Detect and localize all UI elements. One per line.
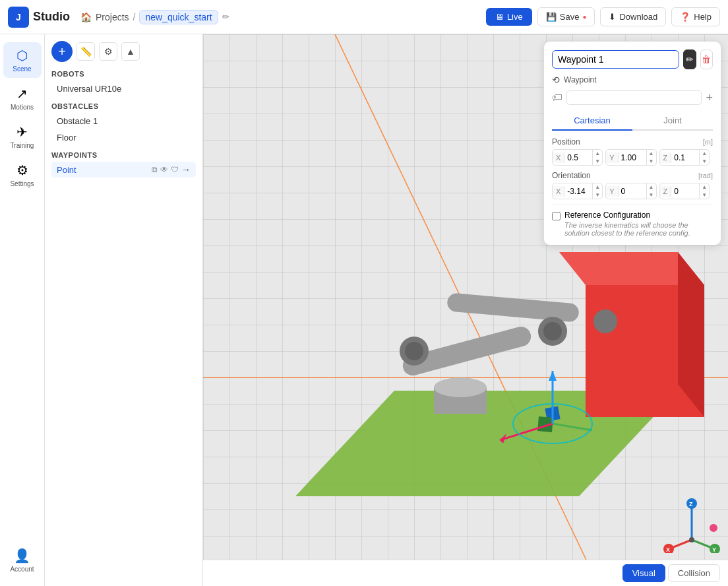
monitor-icon: 🖥: [495, 12, 504, 22]
orientation-z-input[interactable]: Z ▲▼: [659, 183, 710, 199]
waypoint-header: ✏ 🗑: [552, 49, 713, 69]
sidebar-motions-label: Motions: [11, 104, 34, 111]
orientation-field-row: X ▲▼ Y ▲▼ Z ▲▼: [552, 183, 713, 199]
orientation-y-input[interactable]: Y ▲▼: [605, 183, 656, 199]
orient-x-spinner[interactable]: ▲▼: [592, 183, 602, 199]
pos-y-spinner[interactable]: ▲▼: [646, 150, 656, 165]
orient-x-value[interactable]: [564, 185, 592, 198]
sidebar: ⬡ Scene ↗ Motions ✈ Training ⚙ Settings …: [0, 34, 45, 586]
sidebar-item-account[interactable]: 👤 Account: [3, 542, 42, 578]
orient-y-spinner[interactable]: ▲▼: [646, 183, 656, 199]
sidebar-item-training[interactable]: ✈ Training: [3, 119, 42, 154]
sidebar-settings-label: Settings: [10, 180, 34, 187]
svg-line-31: [692, 540, 712, 548]
logo-icon: J: [8, 7, 29, 28]
collapse-icon-btn[interactable]: ▲: [121, 42, 140, 61]
robot-item[interactable]: Universal UR10e: [51, 81, 196, 97]
download-icon: ⬇: [609, 12, 616, 22]
breadcrumb-projects[interactable]: Projects: [96, 12, 129, 22]
breadcrumb-current[interactable]: new_quick_start: [139, 10, 218, 24]
viewport[interactable]: ✏ 🗑 ⟲ Waypoint 🏷 + Cartesian Joint Posit…: [203, 34, 728, 586]
waypoint-delete-button[interactable]: 🗑: [700, 49, 713, 69]
position-y-input[interactable]: Y ▲▼: [605, 149, 656, 166]
orient-x-label: X: [553, 186, 564, 197]
tag-input[interactable]: [566, 90, 702, 105]
orientation-label: Orientation: [552, 171, 591, 180]
waypoint-name: Point: [57, 165, 152, 175]
orient-z-spinner[interactable]: ▲▼: [699, 183, 709, 199]
visual-view-button[interactable]: Visual: [622, 564, 665, 582]
svg-text:Z: Z: [689, 501, 693, 507]
home-icon: 🏠: [80, 12, 92, 22]
position-x-input[interactable]: X ▲▼: [552, 149, 603, 166]
orient-z-value[interactable]: [671, 185, 699, 198]
obstacle-item-0[interactable]: Obstacle 1: [51, 113, 196, 129]
svg-point-9: [434, 377, 487, 397]
ref-config-label: Reference Configuration: [564, 211, 713, 220]
ruler-icon-btn[interactable]: 📏: [76, 42, 95, 61]
waypoint-item-0[interactable]: Point ⧉ 👁 🛡 →: [51, 162, 196, 178]
collision-view-button[interactable]: Collision: [668, 564, 720, 582]
tag-add-button[interactable]: +: [706, 91, 713, 105]
pos-z-value[interactable]: [671, 151, 699, 164]
pos-y-value[interactable]: [619, 151, 646, 164]
breadcrumb: 🏠 Projects / new_quick_start ✏: [80, 10, 229, 24]
live-button[interactable]: 🖥 Live: [486, 8, 532, 26]
scene-panel: + 📏 ⚙ ▲ ROBOTS Universal UR10e OBSTACLES…: [45, 34, 203, 586]
svg-point-15: [543, 322, 562, 341]
orientation-x-input[interactable]: X ▲▼: [552, 183, 603, 199]
live-label: Live: [507, 12, 523, 22]
svg-point-13: [405, 342, 423, 360]
tab-joint[interactable]: Joint: [632, 112, 713, 131]
position-z-input[interactable]: Z ▲▼: [659, 149, 710, 166]
svg-text:Y: Y: [712, 546, 716, 553]
training-icon: ✈: [16, 124, 28, 140]
download-button[interactable]: ⬇ Download: [600, 7, 666, 26]
main-layout: ⬡ Scene ↗ Motions ✈ Training ⚙ Settings …: [0, 34, 728, 586]
help-label: Help: [694, 12, 712, 22]
svg-point-35: [689, 537, 694, 542]
breadcrumb-edit-icon[interactable]: ✏: [222, 12, 229, 22]
shield-icon[interactable]: 🛡: [171, 165, 179, 174]
pos-x-value[interactable]: [564, 151, 592, 164]
pos-z-spinner[interactable]: ▲▼: [699, 150, 709, 165]
sidebar-item-motions[interactable]: ↗ Motions: [3, 81, 42, 116]
help-icon: ❓: [680, 12, 690, 22]
app-name: Studio: [33, 10, 70, 24]
waypoint-name-input[interactable]: [552, 50, 679, 69]
position-unit: [m]: [703, 138, 713, 146]
filter-icon-btn[interactable]: ⚙: [99, 42, 117, 61]
tab-cartesian[interactable]: Cartesian: [552, 112, 632, 131]
help-button[interactable]: ❓ Help: [671, 7, 720, 26]
pos-z-label: Z: [660, 152, 672, 163]
svg-point-16: [593, 309, 617, 333]
eye-icon[interactable]: 👁: [160, 165, 168, 174]
obstacle-item-1[interactable]: Floor: [51, 129, 196, 146]
breadcrumb-separator: /: [133, 12, 136, 22]
save-button[interactable]: 💾 Save ●: [537, 7, 595, 26]
pos-x-label: X: [553, 152, 564, 163]
copy-icon[interactable]: ⧉: [152, 165, 158, 174]
waypoints-section-title: WAYPOINTS: [51, 151, 196, 159]
waypoint-paint-button[interactable]: ✏: [683, 49, 696, 69]
sidebar-item-settings[interactable]: ⚙ Settings: [3, 157, 42, 193]
ref-config-checkbox[interactable]: [552, 212, 561, 220]
pos-y-label: Y: [606, 152, 618, 163]
obstacles-section-title: OBSTACLES: [51, 102, 196, 110]
pos-x-spinner[interactable]: ▲▼: [592, 150, 602, 165]
save-dot: ●: [582, 13, 586, 20]
bottom-bar: Visual Collision: [203, 560, 728, 586]
arrow-icon[interactable]: →: [181, 164, 191, 175]
add-button[interactable]: +: [51, 41, 73, 62]
sidebar-item-scene[interactable]: ⬡ Scene: [3, 42, 42, 78]
account-icon: 👤: [14, 548, 30, 564]
orient-y-value[interactable]: [619, 185, 646, 198]
svg-rect-11: [446, 292, 580, 322]
waypoint-type-label: Waypoint: [564, 75, 597, 84]
position-section-header: Position [m]: [552, 137, 713, 146]
ref-config-text-block: Reference Configuration The inverse kine…: [564, 211, 713, 237]
sidebar-bottom: 👤 Account: [3, 542, 42, 578]
orient-z-label: Z: [660, 186, 672, 197]
sidebar-account-label: Account: [10, 566, 34, 573]
panel-toolbar: + 📏 ⚙ ▲: [51, 41, 196, 62]
